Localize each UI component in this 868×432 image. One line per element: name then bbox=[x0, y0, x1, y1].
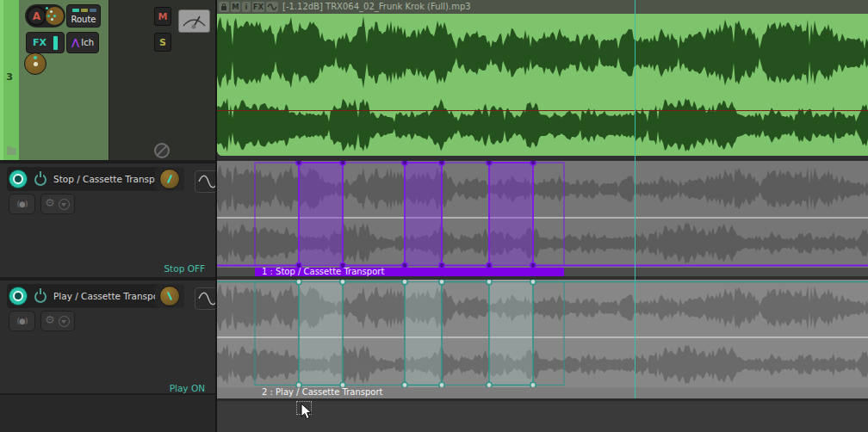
stop-envelope-active-button[interactable] bbox=[9, 170, 28, 188]
track-panel[interactable]: 3 A Route FX ⋀ Ich M S bbox=[0, 0, 215, 160]
play-lane-strip: 2 : Play / Cassette Transport bbox=[217, 387, 868, 398]
mouse-cursor bbox=[301, 403, 313, 420]
solo-button[interactable]: S bbox=[154, 33, 171, 52]
play-envelope-panel: Play / Cassette Transport (●) ⚙ Play ON bbox=[0, 277, 215, 395]
stop-envelope-name: Stop / Cassette Transport bbox=[53, 174, 168, 184]
item-fx-button[interactable]: FX bbox=[252, 2, 264, 12]
stop-learn-button[interactable]: (●) bbox=[9, 194, 35, 214]
fx-indicator-bar bbox=[53, 36, 58, 50]
stop-knob-chip bbox=[155, 167, 184, 191]
volume-knob[interactable] bbox=[24, 52, 46, 75]
stop-envelope-panel: Stop / Cassette Transport (●) ⚙ Stop OFF bbox=[0, 160, 215, 277]
play-value-knob[interactable] bbox=[159, 286, 180, 306]
automation-item-2-label: 2 : Play / Cassette Transport bbox=[262, 387, 382, 397]
play-lane-waveform[interactable] bbox=[217, 280, 868, 387]
play-envelope-header: Play / Cassette Transport bbox=[7, 284, 184, 308]
audio-item-title: [-1.12dB] TRX064_02_Frunk Krok (Full).mp… bbox=[282, 2, 471, 11]
gear-icon: ⚙ bbox=[45, 313, 55, 326]
play-envelope-name: Play / Cassette Transport bbox=[53, 291, 166, 301]
stop-lane-waveform[interactable] bbox=[217, 161, 868, 268]
stop-power-icon[interactable] bbox=[34, 174, 46, 186]
lock-icon[interactable] bbox=[219, 2, 229, 12]
item-mute-button[interactable]: M bbox=[231, 2, 240, 12]
play-knob-chip bbox=[155, 284, 184, 308]
empty-track-area[interactable] bbox=[217, 401, 868, 432]
play-modulation-button[interactable]: ⚙ bbox=[40, 311, 75, 331]
stop-modulation-button[interactable]: ⚙ bbox=[40, 194, 75, 214]
route-meter-bars bbox=[72, 9, 96, 12]
vu-meter-icon bbox=[178, 9, 210, 33]
audio-item-titlebar[interactable]: M i FX [-1.12dB] TRX064_02_Frunk Krok (F… bbox=[217, 0, 868, 14]
gear-icon: ⚙ bbox=[45, 196, 55, 209]
arrange-view: M i FX [-1.12dB] TRX064_02_Frunk Krok (F… bbox=[217, 0, 868, 432]
play-learn-button[interactable]: (●) bbox=[9, 311, 35, 331]
edit-cursor bbox=[635, 0, 636, 398]
fx-button[interactable]: FX bbox=[26, 32, 65, 53]
stop-envelope-lane[interactable]: 1 : Stop / Cassette Transport bbox=[217, 161, 868, 276]
record-arm-button[interactable]: A bbox=[27, 6, 46, 26]
play-envelope-lane[interactable]: 2 : Play / Cassette Transport bbox=[217, 280, 868, 401]
stop-lane-strip: 1 : Stop / Cassette Transport bbox=[217, 268, 868, 276]
track-panel-right-column: M S bbox=[108, 0, 216, 160]
no-automation-icon[interactable] bbox=[154, 143, 170, 158]
stop-envelope-header: Stop / Cassette Transport bbox=[7, 167, 184, 191]
item-envelope-button[interactable] bbox=[266, 2, 278, 12]
audio-item[interactable]: M i FX [-1.12dB] TRX064_02_Frunk Krok (F… bbox=[217, 0, 868, 156]
play-status-text: Play ON bbox=[170, 383, 205, 393]
dropdown-circle-icon bbox=[59, 316, 70, 327]
item-info-button[interactable]: i bbox=[242, 2, 251, 12]
audio-waveform[interactable] bbox=[217, 14, 868, 156]
folder-icon bbox=[7, 148, 16, 155]
track-number: 3 bbox=[0, 71, 19, 83]
track-control-panel-column: 3 A Route FX ⋀ Ich M S bbox=[0, 0, 215, 432]
fx-button-label: FX bbox=[33, 37, 46, 48]
automation-item-1-label: 1 : Stop / Cassette Transport bbox=[262, 267, 384, 276]
dropdown-circle-icon bbox=[59, 199, 70, 210]
envelope-zigzag-icon: ⋀ bbox=[71, 37, 79, 48]
track-name-button[interactable]: ⋀ Ich bbox=[66, 32, 99, 53]
track-color-strip[interactable]: 3 bbox=[0, 0, 19, 160]
stop-status-text: Stop OFF bbox=[164, 263, 205, 274]
automation-item-1-bar[interactable]: 1 : Stop / Cassette Transport bbox=[255, 268, 564, 276]
route-button-label: Route bbox=[67, 15, 100, 24]
record-input-icon[interactable] bbox=[46, 7, 64, 25]
channel-divider-line bbox=[217, 110, 868, 111]
play-envelope-active-button[interactable] bbox=[9, 287, 28, 305]
route-button[interactable]: Route bbox=[66, 4, 101, 28]
play-power-icon[interactable] bbox=[34, 291, 46, 303]
stop-value-knob[interactable] bbox=[159, 169, 180, 189]
mute-button[interactable]: M bbox=[154, 7, 171, 26]
track-name-label: Ich bbox=[81, 38, 94, 47]
